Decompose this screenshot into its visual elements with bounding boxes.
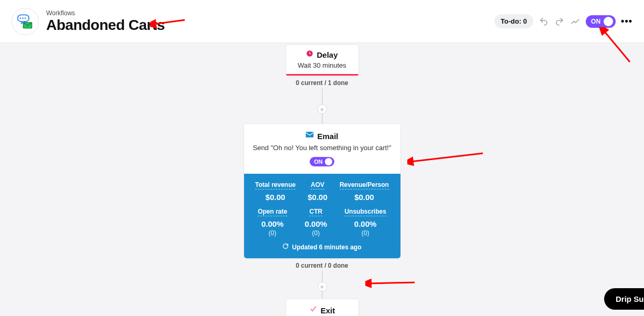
metric-aov: AOV $0.00 bbox=[308, 181, 328, 202]
workflow-title-block: Workflows Abandoned Carts bbox=[46, 9, 165, 34]
delay-caption: 0 current / 1 done bbox=[295, 79, 348, 87]
email-caption: 0 current / 0 done bbox=[295, 262, 348, 269]
email-metrics-panel: Total revenue $0.00 AOV $0.00 Revenue/Pe… bbox=[244, 174, 400, 258]
analytics-icon[interactable] bbox=[570, 16, 580, 27]
undo-icon[interactable] bbox=[539, 16, 549, 27]
metric-open-rate: Open rate 0.00% (0) bbox=[258, 208, 287, 237]
email-toggle-label: ON bbox=[314, 159, 323, 165]
delay-title: Delay bbox=[316, 50, 337, 59]
add-step-button[interactable]: + bbox=[318, 282, 327, 291]
metric-ctr: CTR 0.00% (0) bbox=[305, 208, 328, 237]
add-step-button[interactable]: + bbox=[318, 104, 327, 114]
toggle-knob bbox=[325, 158, 332, 165]
page-title: Abandoned Carts bbox=[46, 17, 165, 34]
email-subtitle: Send "Oh no! You left something in your … bbox=[253, 144, 392, 152]
todo-pill[interactable]: To-do: 0 bbox=[494, 14, 533, 28]
email-icon bbox=[305, 131, 314, 141]
metric-revenue-per-person: Revenue/Person $0.00 bbox=[340, 181, 389, 202]
email-title: Email bbox=[317, 132, 338, 141]
metric-total-revenue: Total revenue $0.00 bbox=[255, 181, 295, 202]
delay-subtitle: Wait 30 minutes bbox=[298, 61, 346, 69]
workflow-toggle[interactable]: ON bbox=[586, 15, 616, 28]
email-step-toggle[interactable]: ON bbox=[310, 157, 334, 166]
exit-step-card[interactable]: Exit bbox=[286, 299, 359, 316]
redo-icon[interactable] bbox=[554, 16, 565, 27]
email-step-card[interactable]: Email Send "Oh no! You left something in… bbox=[244, 123, 401, 259]
workflow-canvas: Delay Wait 30 minutes 0 current / 1 done… bbox=[0, 43, 644, 316]
header-actions: To-do: 0 ON ••• bbox=[494, 14, 632, 28]
delay-step-card[interactable]: Delay Wait 30 minutes bbox=[286, 44, 359, 76]
check-icon bbox=[309, 306, 318, 315]
metric-unsubscribes: Unsubscribes 0.00% (0) bbox=[344, 208, 386, 237]
metrics-updated-text: Updated 6 minutes ago bbox=[292, 244, 361, 251]
svg-rect-6 bbox=[306, 132, 314, 138]
support-button[interactable]: Drip Support bbox=[604, 288, 644, 310]
svg-point-3 bbox=[25, 17, 26, 19]
breadcrumb[interactable]: Workflows bbox=[46, 9, 165, 17]
exit-title: Exit bbox=[321, 306, 335, 315]
refresh-icon[interactable] bbox=[282, 243, 289, 251]
clock-icon bbox=[306, 50, 313, 59]
svg-point-2 bbox=[22, 17, 24, 19]
workflow-icon bbox=[12, 8, 39, 35]
workflow-toggle-label: ON bbox=[591, 18, 600, 25]
toggle-knob bbox=[604, 17, 613, 26]
svg-point-1 bbox=[20, 17, 22, 19]
workflow-header: Workflows Abandoned Carts To-do: 0 ON ••… bbox=[0, 0, 644, 43]
more-menu-icon[interactable]: ••• bbox=[621, 16, 632, 27]
